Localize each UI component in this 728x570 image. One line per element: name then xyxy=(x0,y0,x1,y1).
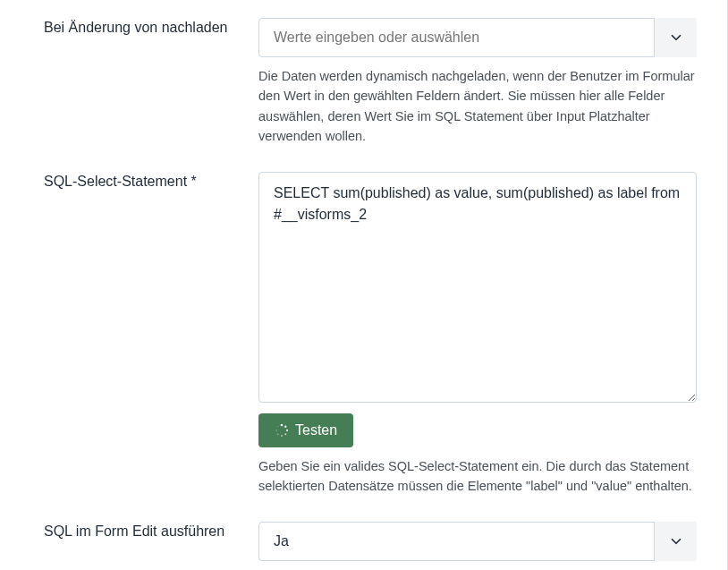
svg-point-3 xyxy=(284,433,286,435)
input-col: Die Daten werden dynamisch nachgeladen, … xyxy=(258,18,697,147)
svg-point-0 xyxy=(281,424,284,427)
form-row-formedit: SQL im Form Edit ausführen Wird hier 'ne… xyxy=(44,522,697,570)
spinner-icon xyxy=(275,423,289,438)
reload-select[interactable] xyxy=(258,18,697,57)
input-col: Wird hier 'nein' gewählt, dann werden di… xyxy=(258,522,697,570)
reload-help: Die Daten werden dynamisch nachgeladen, … xyxy=(258,66,697,147)
form-row-reload: Bei Änderung von nachladen Die Daten wer… xyxy=(44,18,697,147)
formedit-label: SQL im Form Edit ausführen xyxy=(44,523,224,539)
label-col: SQL im Form Edit ausführen xyxy=(44,522,258,570)
svg-point-5 xyxy=(277,433,279,435)
svg-point-1 xyxy=(284,425,286,427)
test-button-label: Testen xyxy=(295,422,337,438)
label-col: Bei Änderung von nachladen xyxy=(44,18,258,147)
svg-point-6 xyxy=(275,430,276,430)
sql-help: Geben Sie ein valides SQL-Select-Stateme… xyxy=(258,456,697,497)
sql-textarea[interactable] xyxy=(258,172,697,403)
svg-point-2 xyxy=(286,430,288,431)
reload-select-wrapper xyxy=(258,18,697,57)
label-col: SQL-Select-Statement * xyxy=(44,172,258,497)
sql-label: SQL-Select-Statement * xyxy=(44,174,197,189)
svg-point-4 xyxy=(281,435,283,437)
svg-point-7 xyxy=(277,426,278,427)
input-col: Testen Geben Sie ein valides SQL-Select-… xyxy=(258,172,697,497)
test-button[interactable]: Testen xyxy=(258,413,353,447)
reload-label: Bei Änderung von nachladen xyxy=(44,20,228,35)
form-row-sql: SQL-Select-Statement * T xyxy=(44,172,697,497)
form-container: Bei Änderung von nachladen Die Daten wer… xyxy=(0,0,728,570)
formedit-select-wrapper xyxy=(258,522,697,561)
formedit-select[interactable] xyxy=(258,522,697,561)
